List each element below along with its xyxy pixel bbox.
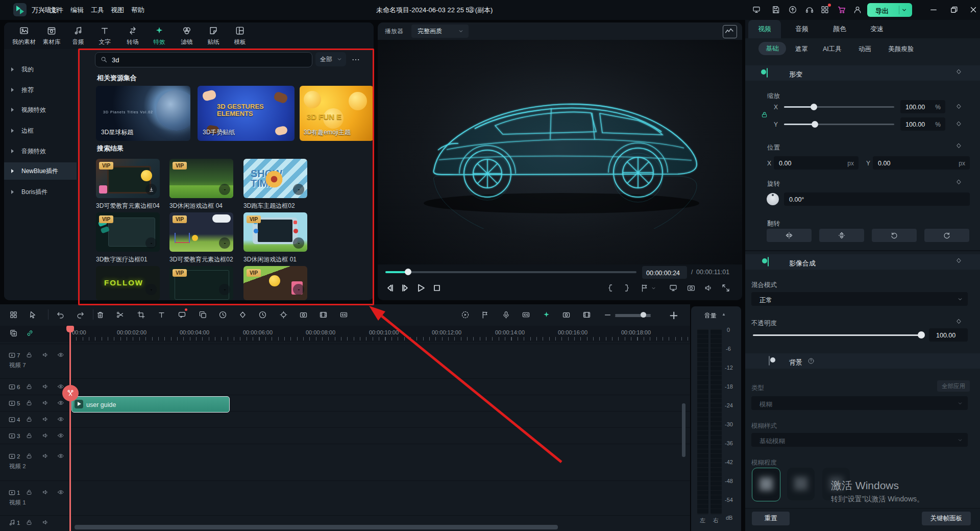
speaker-icon[interactable] (42, 399, 49, 406)
apps-grid-icon[interactable] (820, 5, 829, 14)
next-frame-icon[interactable] (399, 282, 411, 294)
minimize-icon[interactable] (929, 5, 938, 14)
render-preview-icon[interactable] (461, 310, 470, 319)
sidebar-item-borders[interactable]: 边框 (4, 122, 77, 139)
play-icon[interactable] (414, 282, 427, 294)
sidebar-item-video-effects[interactable]: 视频特效 (4, 101, 77, 118)
snapshot-camera-icon[interactable] (687, 283, 696, 293)
sidebar-item-boris[interactable]: Boris插件 (4, 183, 77, 201)
lock-icon[interactable] (26, 519, 33, 526)
quality-dropdown[interactable]: 完整画质 (411, 25, 469, 38)
keyframe-diamond-icon[interactable] (955, 142, 962, 149)
zoom-slider-track[interactable] (615, 314, 651, 316)
export-button[interactable]: 导出 (867, 3, 912, 17)
tab-speed[interactable]: 变速 (861, 20, 893, 38)
mark-in-icon[interactable] (606, 283, 616, 293)
lock-icon[interactable] (26, 351, 33, 358)
blur-swatch-selected[interactable] (752, 468, 780, 501)
redo-icon[interactable] (76, 310, 85, 319)
subtab-basic[interactable]: 基础 (758, 42, 786, 55)
type-dropdown[interactable]: 模糊 (751, 396, 968, 410)
meter-title[interactable]: 音量 (704, 311, 717, 320)
speaker-icon[interactable] (42, 383, 49, 390)
eye-icon[interactable] (57, 432, 64, 439)
apply-all-button[interactable]: 全部应用 (937, 380, 970, 392)
undo-icon[interactable] (56, 310, 65, 319)
keyframe-diamond-icon[interactable] (955, 257, 962, 264)
sidebar-item-audio-effects[interactable]: 音频特效 (4, 142, 77, 160)
download-icon[interactable] (145, 237, 157, 249)
marker-flag-icon[interactable] (481, 310, 489, 319)
result-item[interactable]: VIP (169, 266, 233, 300)
result-item[interactable]: VIP (169, 212, 233, 252)
tab-stickers[interactable]: 贴纸 (204, 26, 223, 45)
zoom-slider-handle[interactable] (641, 312, 646, 318)
playhead-handle[interactable] (66, 326, 74, 332)
tab-templates[interactable]: 模板 (231, 26, 249, 45)
subtab-beauty[interactable]: 美颜瘦脸 (888, 45, 914, 54)
download-icon[interactable] (293, 284, 304, 295)
lock-icon[interactable] (26, 432, 33, 439)
snapshot-icon[interactable] (562, 310, 571, 319)
result-item[interactable]: VIP (96, 212, 160, 252)
tab-text[interactable]: 文字 (96, 26, 113, 45)
playhead-line[interactable] (69, 326, 71, 531)
eye-icon[interactable] (57, 351, 64, 358)
meter-collapse-icon[interactable]: ▲ (722, 312, 726, 317)
collection-card-planets[interactable]: 3D Planets Titles Vol.02 3D星球标题 (96, 86, 190, 141)
transform-toggle[interactable] (767, 68, 768, 78)
opacity-slider[interactable] (753, 334, 921, 336)
sidebar-item-newblue[interactable]: NewBlue插件 (4, 162, 77, 180)
download-icon[interactable] (293, 184, 304, 195)
text-tool-icon[interactable] (157, 310, 166, 319)
keyframe-panel-button[interactable]: 关键帧面板 (922, 512, 971, 525)
delete-icon[interactable] (96, 310, 105, 319)
chroma-key-icon[interactable] (299, 310, 308, 319)
keyframe-tool-icon[interactable] (238, 310, 247, 319)
horizontal-scrollbar[interactable] (75, 525, 558, 529)
reset-button[interactable]: 重置 (752, 512, 790, 525)
sidebar-item-recommended[interactable]: 推荐 (4, 81, 77, 99)
effects-search-box[interactable] (95, 52, 312, 67)
result-item[interactable]: VIP (96, 159, 160, 198)
zoom-out-icon[interactable] (603, 310, 612, 319)
speaker-icon[interactable] (42, 351, 49, 358)
scale-x-slider[interactable] (784, 106, 894, 108)
link-clips-icon[interactable] (26, 329, 34, 337)
speaker-icon[interactable] (42, 519, 49, 526)
scale-y-value-box[interactable]: 100.00 % (900, 117, 945, 131)
split-scissors-badge[interactable] (62, 385, 79, 401)
video-viewport[interactable] (378, 40, 742, 264)
upload-icon[interactable] (788, 5, 797, 14)
export-frame-icon[interactable] (582, 310, 591, 319)
marker-flag-icon[interactable] (640, 283, 649, 293)
effects-highlight-icon[interactable] (542, 310, 551, 319)
lock-icon[interactable] (26, 399, 33, 406)
lock-icon[interactable] (26, 416, 33, 423)
result-item[interactable]: VIP (243, 212, 307, 252)
menu-view[interactable]: 视图 (111, 7, 124, 13)
blur-style-dropdown[interactable]: 基础模糊 (751, 433, 968, 447)
support-headset-icon[interactable] (805, 5, 814, 14)
sidebar-item-mine[interactable]: 我的 (4, 61, 77, 78)
duplicate-icon[interactable] (9, 329, 18, 337)
menu-edit[interactable]: 编辑 (70, 7, 84, 13)
menu-tools[interactable]: 工具 (91, 7, 104, 13)
keyframe-diamond-icon[interactable] (955, 318, 962, 325)
close-icon[interactable] (969, 5, 978, 14)
crop-icon[interactable] (137, 310, 145, 319)
download-icon[interactable] (293, 237, 304, 249)
export-chevron-icon[interactable] (900, 6, 908, 14)
seek-handle[interactable] (405, 269, 411, 275)
lock-icon[interactable] (26, 452, 33, 460)
scale-y-slider[interactable] (784, 124, 894, 125)
slider-handle[interactable] (811, 104, 817, 110)
download-icon[interactable] (145, 284, 157, 295)
tab-library[interactable]: 素材库 (41, 26, 62, 45)
compositing-toggle[interactable] (768, 257, 769, 267)
slider-handle[interactable] (812, 121, 818, 128)
subtitle-icon[interactable] (522, 310, 530, 319)
pos-x-input[interactable]: 0.00 px (774, 156, 859, 170)
timeline-clip-user-guide[interactable]: user guide (71, 396, 230, 413)
search-filter-dropdown[interactable]: 全部 (315, 52, 346, 66)
